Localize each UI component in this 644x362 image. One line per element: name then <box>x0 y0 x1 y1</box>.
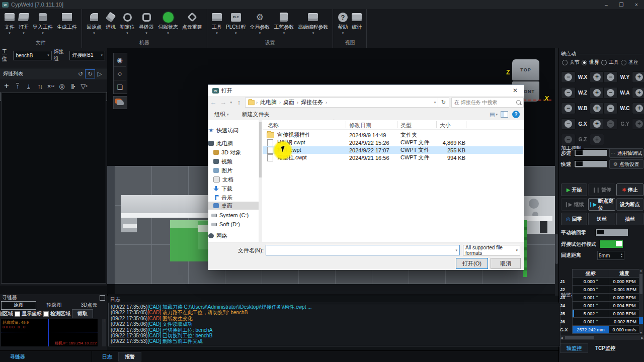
monitor-row-j5[interactable]: J55.002 °0.000 RPM <box>560 310 640 318</box>
new-folder-button[interactable]: 新建文件夹 <box>242 111 270 118</box>
filter-funnel-icon[interactable]: ▽≡ <box>78 81 90 90</box>
tab-3d-pointcloud[interactable]: 3D点云 <box>72 302 106 309</box>
home-zero-button[interactable]: ◎回零 <box>561 213 587 225</box>
ribbon-button-generate-part[interactable]: 生成工件 <box>55 10 79 36</box>
restore-icon[interactable]: ❐ <box>614 0 629 9</box>
jog-minus-button[interactable]: − <box>561 103 576 114</box>
view-cube-top-face[interactable]: TOP <box>512 59 539 80</box>
radio-joint[interactable] <box>562 60 568 65</box>
sidebar-item-quick-access[interactable]: 快速访问 <box>208 126 259 134</box>
split-seam-icon[interactable]: ×12 <box>45 81 56 90</box>
ribbon-button-stats[interactable]: 统计 <box>350 10 364 36</box>
set-breakpoint-button[interactable]: 设为断点 <box>616 198 643 211</box>
play-icon[interactable]: ▷ <box>95 70 104 78</box>
sync-icon[interactable]: ↻ <box>85 69 95 78</box>
sidebar-scrollbar[interactable] <box>259 120 262 242</box>
tab-raw-image[interactable]: 原图 <box>1 301 36 310</box>
ribbon-button-tools[interactable]: 工具 ▾ <box>210 10 224 36</box>
jog-plus-button[interactable]: + <box>632 71 644 83</box>
dialog-titlebar[interactable]: w 打开 ✕ <box>208 85 524 96</box>
robot-tool-icon[interactable] <box>113 96 127 109</box>
resume-button[interactable]: ❙▶继续 <box>561 198 587 211</box>
jog-plus-button[interactable]: + <box>632 103 644 114</box>
target-icon[interactable]: ◎ <box>56 81 67 90</box>
tab-seam-finder[interactable]: 寻缝器 <box>4 352 31 361</box>
file-row-boxcolumn[interactable]: 箱型柱.cwpt 2024/9/21 16:56 CWPT 文件 994 KB <box>263 154 523 161</box>
sidebar-item-network[interactable]: 网络 <box>208 232 259 240</box>
weld-group-select[interactable]: 焊接组B1▾ <box>69 51 105 60</box>
sidebar-item-3d-objects[interactable]: 3D 对象 <box>213 148 264 156</box>
trial-mode-toggle[interactable] <box>599 240 623 248</box>
sidebar-item-this-pc[interactable]: 此电脑 <box>208 139 259 147</box>
section-view-icon[interactable]: ❏ <box>114 80 126 94</box>
jog-minus-button[interactable]: − <box>603 87 618 99</box>
axis-monitor-table[interactable]: 坐标 速度 J10.000 °0.000 RPM J20.000 °-0.001… <box>560 269 640 334</box>
monitor-row-j2[interactable]: J20.000 °-0.001 RPM <box>560 286 640 294</box>
file-row-folder[interactable]: 宣传视频样件 2024/9/9 14:49 文件夹 <box>263 131 523 139</box>
ribbon-button-process-params[interactable]: 工艺参数 ▾ <box>272 10 296 36</box>
jog-minus-button[interactable]: − <box>561 134 576 145</box>
ribbon-button-pointcloud-rebuild[interactable]: 点云重建 <box>180 10 204 36</box>
move-top-icon[interactable]: ↑ <box>12 81 23 90</box>
add-weld-icon[interactable]: + <box>1 81 12 90</box>
search-input[interactable]: 在 焊接任务 中搜索 <box>451 98 524 108</box>
minimize-icon[interactable]: – <box>599 0 614 9</box>
jog-settings-button[interactable]: ⚙点动设置 <box>609 159 643 169</box>
sidebar-item-videos[interactable]: 视频 <box>213 157 264 165</box>
ribbon-button-import-part[interactable]: 导入工件 ▾ <box>31 10 55 36</box>
station-select[interactable]: benchB▾ <box>13 51 51 60</box>
monitor-row-j6[interactable]: J60.001 °-0.002 RPM <box>560 318 640 326</box>
close-icon[interactable]: ✕ <box>507 87 524 94</box>
start-button[interactable]: ▶开始 <box>561 184 587 196</box>
radio-world[interactable] <box>582 60 587 65</box>
view-cube-icon[interactable]: ◇ <box>114 67 126 80</box>
monitor-row-j4[interactable]: J40.001 °0.004 RPM <box>560 302 640 310</box>
filename-input[interactable]: ▾ <box>266 245 460 255</box>
camera-view[interactable]: 轮廓质量: 49.9 0000 0.0 相机IP: 169.254.10.222 <box>1 319 98 346</box>
sidebar-item-pictures[interactable]: 图片 <box>213 166 264 174</box>
file-row-hbeam[interactable]: H型钢.cwpt 2024/9/22 15:26 CWPT 文件 4,869 K… <box>263 139 523 146</box>
wire-feed-button[interactable]: 送丝 <box>588 213 615 225</box>
col-name[interactable]: 名称 <box>268 122 279 129</box>
sidebar-item-drive-d[interactable]: Soft (D:) <box>211 220 262 228</box>
capture-button[interactable]: 截取 <box>72 309 93 318</box>
fit-view-icon[interactable]: ◉ <box>114 53 126 67</box>
jog-plus-button[interactable]: + <box>632 87 644 99</box>
step-slider[interactable] <box>574 149 607 157</box>
ribbon-button-seam-finder[interactable]: 寻缝器 ▾ <box>137 10 156 36</box>
ribbon-button-advanced-params[interactable]: 高级编程参数 ▾ <box>296 10 330 36</box>
help-icon[interactable]: ? <box>512 111 520 118</box>
chevron-down-icon[interactable]: ▾ <box>434 101 436 105</box>
monitor-vscrollbar[interactable]: ▲ ▼ <box>639 269 643 334</box>
jog-minus-button[interactable]: − <box>603 103 618 114</box>
ribbon-button-init-position[interactable]: 初定位 ▾ <box>118 10 137 36</box>
tab-alarm[interactable]: 报警 <box>118 352 141 361</box>
checkbox-icon[interactable] <box>43 311 49 317</box>
radio-base[interactable] <box>621 60 626 65</box>
ribbon-button-help[interactable]: ? 帮助 ▾ <box>336 10 350 36</box>
preview-pane-icon[interactable] <box>501 111 508 118</box>
splitter-handle[interactable] <box>555 234 558 264</box>
refresh-icon[interactable]: ↻ <box>438 98 449 108</box>
ribbon-button-welder[interactable]: 焊机 <box>104 10 118 36</box>
monitor-row-j1[interactable]: J10.000 °0.000 RPM <box>560 278 640 286</box>
retreat-spinner[interactable]: 5mm ▲▼ <box>597 251 624 260</box>
jog-plus-button[interactable]: + <box>590 118 604 130</box>
history-chevron-icon[interactable]: ▾ <box>228 101 234 105</box>
close-icon[interactable]: × <box>629 0 644 9</box>
sidebar-item-drive-c[interactable]: System (C:) <box>211 211 262 219</box>
col-date[interactable]: 修改日期 <box>349 122 371 129</box>
stop-button[interactable]: ✱停止 <box>616 184 643 196</box>
jog-minus-button[interactable]: − <box>561 71 576 83</box>
wire-retract-button[interactable]: 抽丝 <box>616 213 643 225</box>
view-mode-icon[interactable]: ▤ <box>490 111 495 118</box>
col-size[interactable]: 大小 <box>440 122 451 129</box>
ribbon-button-home-origin[interactable]: 回原点 ▾ <box>85 10 104 36</box>
filetype-select[interactable]: All supported file formats ▾ <box>463 245 520 255</box>
monitor-row-gx[interactable]: G.X2572.242 mm0.000 mm/s <box>560 326 640 334</box>
jog-plus-button[interactable]: + <box>590 134 604 145</box>
checkbox-icon[interactable] <box>15 311 20 317</box>
sidebar-item-documents[interactable]: 文档 <box>213 175 264 184</box>
ribbon-button-plc-process[interactable]: PLC PLC过程 ▾ <box>224 10 248 36</box>
weld-list-body[interactable] <box>1 93 106 284</box>
